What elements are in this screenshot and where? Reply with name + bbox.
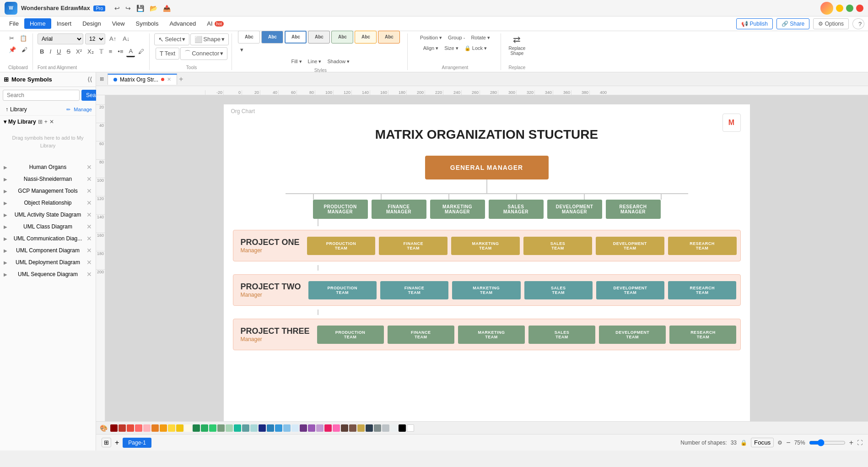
team-box-p1-finance[interactable]: FINANCETEAM	[379, 237, 447, 255]
library-item-nassi[interactable]: ▶ Nassi-Shneiderman ✕	[0, 173, 96, 185]
list-button[interactable]: ≡	[107, 47, 115, 56]
color-swatch-salmon[interactable]	[135, 424, 142, 432]
undo-button[interactable]: ↩	[113, 4, 122, 13]
font-name-select[interactable]: Arial	[38, 33, 83, 44]
team-box-p3-development[interactable]: DEVELOPMENTTEAM	[599, 326, 666, 344]
zoom-in-button[interactable]: +	[849, 439, 853, 447]
color-swatch-darkgreen[interactable]	[193, 424, 200, 432]
color-swatch-lightred[interactable]	[127, 424, 134, 432]
shadow-button[interactable]: Shadow ▾	[325, 57, 352, 66]
color-swatch-medgreen[interactable]	[209, 424, 216, 432]
library-item-uml-comm[interactable]: ▶ UML Communication Diag... ✕	[0, 233, 96, 244]
team-box-p2-marketing[interactable]: MARKETINGTEAM	[452, 281, 520, 299]
save-button[interactable]: 💾	[135, 4, 146, 13]
line-button[interactable]: Line ▾	[306, 57, 324, 66]
color-swatch-purple[interactable]	[308, 424, 315, 432]
remove-icon[interactable]: ✕	[86, 199, 92, 206]
group-button[interactable]: Group -	[446, 33, 467, 42]
color-swatch-green[interactable]	[201, 424, 208, 432]
publish-button[interactable]: 📢 Publish	[736, 18, 773, 29]
color-swatch-orange[interactable]	[160, 424, 167, 432]
color-swatch-palegreen[interactable]	[226, 424, 233, 432]
library-item-uml-class[interactable]: ▶ UML Class Diagram ✕	[0, 221, 96, 233]
paste-button[interactable]: 📌	[6, 45, 18, 54]
color-swatch-lightgreen[interactable]	[217, 424, 225, 432]
color-swatch-lightcyan[interactable]	[250, 424, 258, 432]
color-swatch-lavender[interactable]	[316, 424, 323, 432]
menu-item-insert[interactable]: Insert	[51, 18, 77, 29]
add-page-button[interactable]: +	[115, 439, 119, 447]
color-swatch-silver[interactable]	[390, 424, 398, 432]
menu-item-advanced[interactable]: Advanced	[164, 18, 201, 29]
fill-button[interactable]: Fill ▾	[289, 57, 304, 66]
color-swatch-gray[interactable]	[374, 424, 381, 432]
team-box-p1-research[interactable]: RESEARCHTEAM	[668, 237, 737, 255]
search-input[interactable]	[3, 90, 80, 101]
panel-collapse-button[interactable]: ⟨⟨	[87, 76, 92, 83]
color-swatch-brown[interactable]	[349, 424, 356, 432]
remove-icon[interactable]: ✕	[86, 187, 92, 195]
my-library-close-button[interactable]: ✕	[49, 119, 54, 125]
remove-icon[interactable]: ✕	[86, 211, 92, 218]
manager-box-sales[interactable]: SALES MANAGER	[489, 200, 544, 219]
color-swatch-lightblue[interactable]	[283, 424, 291, 432]
manager-box-finance[interactable]: FINANCE MANAGER	[372, 200, 426, 219]
shape-button[interactable]: ⬜ Shape ▾	[190, 33, 229, 45]
position-button[interactable]: Position ▾	[418, 33, 444, 42]
my-library-add-button[interactable]: +	[44, 119, 48, 125]
italic-button[interactable]: I	[47, 47, 54, 56]
connector-button[interactable]: ⌒ Connector ▾	[180, 47, 227, 60]
font-increase-button[interactable]: A↑	[107, 34, 119, 43]
color-swatch-white[interactable]	[407, 424, 414, 432]
color-swatch-medblue[interactable]	[275, 424, 282, 432]
redo-button[interactable]: ↪	[124, 4, 133, 13]
manager-box-marketing[interactable]: MARKETING MANAGER	[430, 200, 485, 219]
focus-button[interactable]: Focus	[751, 438, 774, 447]
manager-box-development[interactable]: DEVELOPMENT MANAGER	[547, 200, 602, 219]
library-item-uml-sequence[interactable]: ▶ UML Sequence Diagram ✕	[0, 268, 96, 280]
font-size-select[interactable]: 12	[85, 33, 105, 44]
color-swatch-hotpink[interactable]	[333, 424, 340, 432]
lock-button[interactable]: 🔒 Lock ▾	[462, 44, 489, 53]
team-box-p3-marketing[interactable]: MARKETINGTEAM	[458, 326, 525, 344]
style-more-button[interactable]: ▾	[238, 45, 246, 54]
team-box-p3-finance[interactable]: FINANCETEAM	[388, 326, 454, 344]
color-swatch-tan[interactable]	[357, 424, 365, 432]
color-swatch-navy[interactable]	[259, 424, 266, 432]
color-picker-icon[interactable]: 🎨	[100, 424, 108, 432]
library-item-uml-deploy[interactable]: ▶ UML Deployment Diagram ✕	[0, 256, 96, 268]
project-one-label[interactable]: PROJECT ONE Manager	[237, 234, 303, 257]
team-box-p2-production[interactable]: PRODUCTIONTEAM	[308, 281, 377, 299]
replace-shape-button[interactable]: ⇄ Replace Shape	[506, 33, 528, 56]
remove-icon[interactable]: ✕	[86, 175, 92, 183]
cut-button[interactable]: ✂	[7, 33, 16, 43]
zoom-slider[interactable]	[809, 439, 846, 446]
options-button[interactable]: ⚙ Options	[813, 18, 849, 29]
user-avatar[interactable]	[820, 2, 833, 15]
text-button[interactable]: T Text	[156, 48, 179, 60]
diagram-canvas[interactable]: Org Chart MATRIX ORGANIZATION STUCTURE G…	[224, 104, 750, 421]
team-box-p1-production[interactable]: PRODUCTIONTEAM	[307, 237, 376, 255]
subscript-button[interactable]: X₂	[85, 47, 96, 56]
color-swatch-darkgray[interactable]	[366, 424, 373, 432]
team-box-p2-research[interactable]: RESEARCHTEAM	[668, 281, 736, 299]
color-swatch-darkbrown[interactable]	[341, 424, 348, 432]
library-item-gcp[interactable]: ▶ GCP Management Tools ✕	[0, 185, 96, 197]
team-box-p2-development[interactable]: DEVELOPMENTTEAM	[596, 281, 664, 299]
library-item-uml-component[interactable]: ▶ UML Component Diagram ✕	[0, 244, 96, 256]
close-button[interactable]	[856, 5, 863, 12]
select-button[interactable]: ↖ Select ▾	[154, 33, 189, 45]
style-box-7[interactable]: Abc	[378, 31, 400, 43]
manager-box-research[interactable]: RESEARCH MANAGER	[606, 200, 661, 219]
menu-item-design[interactable]: Design	[77, 18, 106, 29]
color-swatch-cyan[interactable]	[242, 424, 249, 432]
team-box-p3-research[interactable]: RESEARCHTEAM	[669, 326, 736, 344]
remove-icon[interactable]: ✕	[86, 259, 92, 266]
open-button[interactable]: 📂	[148, 4, 159, 13]
color-swatch-lightyellow[interactable]	[184, 424, 192, 432]
copy-button[interactable]: 📋	[17, 33, 29, 43]
format-painter-button[interactable]: 🖌	[19, 45, 30, 54]
manage-link[interactable]: ✏ Manage	[66, 107, 92, 113]
gm-box[interactable]: GENERAL MANAGER	[425, 156, 549, 179]
minimize-button[interactable]	[836, 5, 843, 12]
